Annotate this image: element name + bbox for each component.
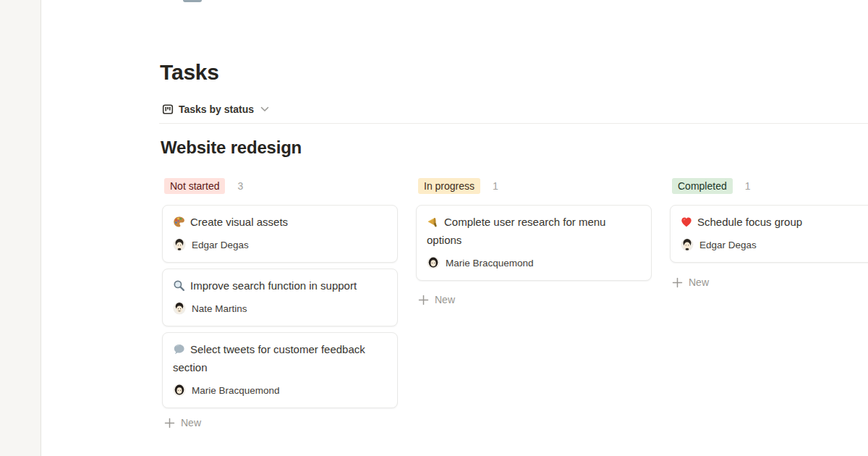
card-title-row: Complete user research for menu options [427, 213, 641, 249]
board-title: Website redesign [161, 137, 302, 159]
plus-icon [672, 277, 683, 288]
assignee-name: Marie Bracquemond [192, 385, 280, 396]
avatar-marie-bracquemond [427, 256, 440, 269]
new-card-button[interactable]: New [416, 291, 652, 308]
avatar-edgar-degas [173, 238, 186, 251]
board-view-icon [162, 104, 174, 115]
new-card-label: New [181, 417, 201, 428]
card-title: Complete user research for menu options [427, 216, 605, 246]
column-in-progress: In progress 1 Complete user research for… [416, 178, 652, 308]
column-header: In progress 1 [416, 178, 652, 194]
view-label: Tasks by status [179, 104, 254, 115]
task-card[interactable]: Schedule focus group Edgar Degas [670, 205, 868, 263]
sidebar-collapsed[interactable] [0, 0, 41, 456]
assignee-row: Marie Bracquemond [173, 382, 387, 398]
task-card[interactable]: Improve search function in support Nate … [162, 269, 398, 326]
notion-page: Tasks Tasks by status Website redesign N… [0, 0, 868, 456]
column-count: 1 [493, 180, 498, 192]
column-count: 3 [237, 180, 243, 192]
column-count: 1 [745, 180, 751, 192]
status-badge[interactable]: Not started [164, 178, 225, 194]
plus-icon [164, 418, 175, 428]
chevron-down-icon [260, 106, 269, 112]
card-title: Create visual assets [190, 216, 288, 228]
column-header: Completed 1 [670, 178, 868, 194]
card-title: Improve search function in support [190, 279, 357, 292]
new-card-label: New [689, 276, 709, 288]
card-title: Select tweets for customer feedback sect… [173, 343, 365, 373]
assignee-row: Marie Bracquemond [427, 255, 641, 271]
assignee-row: Edgar Degas [681, 237, 868, 253]
column-completed: Completed 1 Schedule focus group [670, 178, 868, 291]
task-card[interactable]: Select tweets for customer feedback sect… [162, 332, 398, 408]
avatar-nate-martins [173, 302, 186, 315]
megaphone-icon [427, 216, 439, 228]
new-card-button[interactable]: New [162, 414, 398, 431]
divider [159, 123, 868, 124]
status-badge[interactable]: Completed [672, 178, 733, 194]
plus-icon [418, 295, 429, 305]
status-badge[interactable]: In progress [418, 178, 480, 194]
avatar-edgar-degas [681, 238, 694, 251]
palette-icon [173, 216, 185, 228]
avatar-marie-bracquemond [173, 384, 186, 397]
assignee-name: Edgar Degas [699, 240, 757, 250]
page-title: Tasks [160, 60, 219, 85]
page-emoji-icon[interactable] [183, 0, 202, 2]
speech-bubble-icon [173, 343, 185, 355]
column-not-started: Not started 3 Create visual assets [162, 178, 398, 431]
red-heart-icon [681, 216, 692, 228]
card-title-row: Schedule focus group [681, 213, 868, 231]
new-card-button[interactable]: New [670, 274, 868, 291]
task-card[interactable]: Complete user research for menu options … [416, 205, 652, 281]
magnifying-glass-icon [173, 279, 185, 292]
assignee-row: Edgar Degas [173, 237, 387, 253]
new-card-label: New [435, 294, 455, 305]
assignee-name: Nate Martins [192, 303, 247, 314]
card-title-row: Create visual assets [173, 213, 387, 231]
column-header: Not started 3 [162, 178, 398, 194]
view-switcher[interactable]: Tasks by status [162, 101, 269, 117]
card-title: Schedule focus group [697, 216, 802, 228]
card-title-row: Select tweets for customer feedback sect… [173, 340, 387, 376]
assignee-name: Edgar Degas [192, 240, 249, 250]
card-title-row: Improve search function in support [173, 276, 387, 295]
task-card[interactable]: Create visual assets Edgar Degas [162, 205, 398, 263]
assignee-row: Nate Martins [173, 300, 387, 316]
assignee-name: Marie Bracquemond [446, 258, 534, 269]
